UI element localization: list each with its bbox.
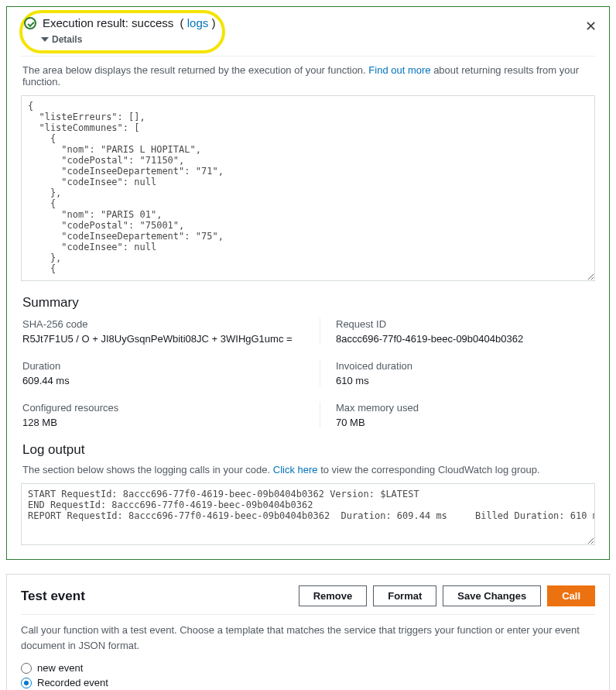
duration-label: Duration — [22, 360, 296, 372]
request-value: 8accc696-77f0-4619-beec-09b0404b0362 — [336, 333, 594, 345]
title-status: success — [132, 16, 173, 29]
summary-sha: SHA-256 code R5Jt7F1U5 / O + JI8UyGsqnPe… — [22, 318, 296, 345]
radio-new-event[interactable]: new event — [21, 662, 595, 674]
divider — [21, 56, 595, 57]
result-title: Execution result: success ( logs ) — [43, 16, 215, 29]
remove-button[interactable]: Remove — [299, 585, 368, 606]
maxmem-label: Max memory used — [336, 402, 594, 414]
result-title-row: Execution result: success ( logs ) — [24, 16, 592, 29]
chevron-down-icon — [41, 37, 49, 42]
summary-duration: Duration 609.44 ms — [22, 360, 296, 386]
title-prefix: Execution result: — [43, 16, 132, 29]
radio-recorded-label: Recorded event — [37, 677, 108, 688]
result-intro: The area below displays the result retur… — [22, 64, 594, 88]
result-json-box[interactable]: { "listeErreurs": [], "listeCommunes": [… — [21, 95, 595, 281]
test-event-panel: Test event Remove Format Save Changes Ca… — [6, 574, 610, 690]
radio-icon — [21, 663, 32, 674]
radio-recorded-event[interactable]: Recorded event — [21, 677, 595, 688]
invoiced-value: 610 ms — [336, 375, 594, 386]
logs-link[interactable]: logs — [187, 16, 209, 29]
test-description: Call your function with a test event. Ch… — [21, 623, 595, 653]
divider — [21, 614, 595, 615]
log-intro-after: to view the corresponding CloudWatch log… — [318, 464, 540, 475]
config-label: Configured resources — [22, 402, 296, 414]
log-intro-before: The section below shows the logging call… — [22, 464, 273, 475]
cloudwatch-link[interactable]: Click here — [273, 464, 318, 475]
invoiced-label: Invoiced duration — [336, 360, 594, 372]
log-output-box[interactable]: START RequestId: 8accc696-77f0-4619-beec… — [21, 483, 595, 545]
request-label: Request ID — [336, 318, 594, 330]
config-value: 128 MB — [22, 417, 296, 428]
result-header: Execution result: success ( logs ) Detai… — [21, 15, 595, 51]
test-event-heading: Test event — [21, 589, 85, 604]
summary-request: Request ID 8accc696-77f0-4619-beec-09b04… — [320, 318, 594, 345]
log-heading: Log output — [22, 442, 594, 458]
maxmem-value: 70 MB — [336, 417, 594, 428]
duration-value: 609.44 ms — [22, 375, 296, 386]
find-out-more-link[interactable]: Find out more — [368, 64, 430, 76]
log-intro: The section below shows the logging call… — [22, 464, 594, 475]
details-toggle[interactable]: Details — [41, 34, 592, 45]
details-label: Details — [52, 34, 82, 45]
summary-maxmem: Max memory used 70 MB — [320, 402, 594, 428]
test-buttons: Remove Format Save Changes Call — [299, 585, 595, 606]
summary-config: Configured resources 128 MB — [22, 402, 296, 428]
test-head: Test event Remove Format Save Changes Ca… — [21, 585, 595, 606]
sha-value: R5Jt7F1U5 / O + JI8UyGsqnPeWbiti08JC + 3… — [22, 333, 296, 345]
success-check-icon — [24, 17, 36, 29]
call-button[interactable]: Call — [547, 585, 595, 606]
radio-icon — [21, 678, 32, 688]
summary-invoiced: Invoiced duration 610 ms — [320, 360, 594, 386]
sha-label: SHA-256 code — [22, 318, 296, 330]
save-changes-button[interactable]: Save Changes — [443, 585, 541, 606]
format-button[interactable]: Format — [373, 585, 436, 606]
intro-before: The area below displays the result retur… — [22, 64, 368, 76]
summary-heading: Summary — [22, 295, 594, 311]
execution-result-panel: ✕ Execution result: success ( logs ) Det… — [6, 6, 610, 560]
radio-new-label: new event — [37, 662, 83, 674]
summary-grid: SHA-256 code R5Jt7F1U5 / O + JI8UyGsqnPe… — [22, 318, 594, 428]
